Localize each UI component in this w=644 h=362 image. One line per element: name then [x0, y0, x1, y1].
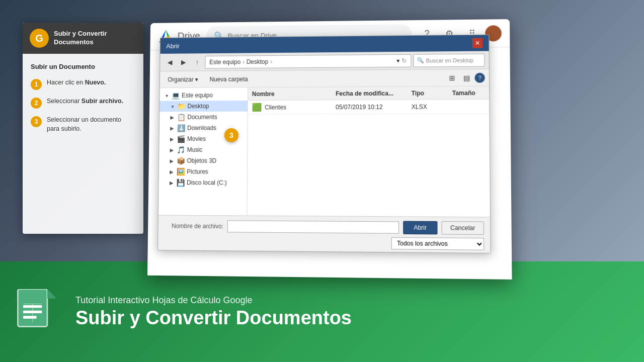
file-date-clientes: 05/07/2019 10:12: [332, 103, 408, 111]
dialog-close-button[interactable]: ✕: [472, 38, 483, 48]
filetype-select[interactable]: Todos los archivos: [391, 237, 484, 250]
filename-label: Nombre de archivo:: [164, 222, 223, 230]
tree-item-3d[interactable]: ▶ 📦 Objetos 3D: [159, 155, 247, 166]
desktop-folder-icon: 📁: [177, 102, 186, 110]
view-help-icon[interactable]: ?: [474, 72, 485, 82]
organize-button[interactable]: Organizar ▾: [164, 74, 202, 84]
view-list-icon[interactable]: ⊞: [446, 72, 458, 84]
dialog-search-bar[interactable]: 🔍 Buscar en Desktop: [413, 53, 485, 67]
disk-icon: 💾: [177, 178, 185, 187]
dialog-nav-bar: ◀ ▶ ↑ Este equipo › Desktop › ▾ ↻ 🔍 Busc…: [160, 51, 489, 72]
tree-label-downloads: Downloads: [187, 125, 216, 132]
svg-rect-7: [23, 316, 37, 318]
banner-logo: [15, 289, 60, 334]
tree-label-3d: Objetos 3D: [187, 157, 216, 164]
tree-item-music[interactable]: ▶ 🎵 Music: [159, 144, 247, 155]
path-refresh-icon: ↻: [401, 57, 407, 64]
music-folder-icon: 🎵: [177, 146, 185, 154]
col-name: Nombre: [248, 90, 332, 98]
tutorial-sidebar: G Subir y ConvertirDocumentos Subir un D…: [23, 23, 143, 234]
dialog-toolbar: Organizar ▾ Nueva carpeta ⊞ ▤ ?: [160, 69, 489, 88]
file-dialog: Abrir ✕ ◀ ▶ ↑ Este equipo › Desktop › ▾ …: [157, 34, 491, 253]
sidebar-title: Subir y ConvertirDocumentos: [54, 30, 107, 47]
banner-text: Tutorial Interactivo Hojas de Cálculo Go…: [75, 295, 352, 329]
3d-folder-icon: 📦: [177, 157, 185, 165]
tree-label-documents: Documents: [187, 114, 217, 121]
file-tree: ▾ 💻 Este equipo ▾ 📁 Desktop ▶ 📋 Document…: [158, 87, 248, 215]
files-panel: Nombre Fecha de modifica... Tipo Tamaño …: [247, 86, 490, 217]
back-button[interactable]: ◀: [164, 56, 176, 68]
dialog-search-icon: 🔍: [417, 57, 424, 64]
col-date: Fecha de modifica...: [332, 89, 407, 97]
files-header: Nombre Fecha de modifica... Tipo Tamaño: [248, 86, 489, 101]
drive-window: Drive 🔍 ? ⚙ ⠿ Abrir ✕ ◀ ▶ ↑ Este equipo …: [147, 19, 512, 280]
dialog-bottom: Nombre de archivo: Abrir Cancelar Todos …: [158, 215, 491, 253]
tree-item-documents[interactable]: ▶ 📋 Documents: [159, 112, 248, 123]
tree-item-desktop[interactable]: ▾ 📁 Desktop: [159, 101, 248, 112]
sheets-logo-icon: [15, 289, 55, 337]
sidebar-body: Subir un Documento 1 Hacer clic en Nuevo…: [23, 54, 143, 149]
path-computer: Este equipo: [209, 58, 240, 65]
pictures-folder-icon: 🖼️: [177, 168, 185, 176]
sidebar-subtitle: Subir un Documento: [31, 63, 135, 70]
sidebar-step-1: 1 Hacer clic en Nuevo.: [31, 78, 135, 90]
path-dropdown-icon: ▾: [396, 57, 399, 64]
step3-overlay-badge: 3: [224, 128, 238, 142]
tree-item-computer[interactable]: ▾ 💻 Este equipo: [159, 89, 248, 101]
sidebar-step-2: 2 Seleccionar Subir archivo.: [31, 97, 135, 109]
tree-label-movies: Movies: [187, 135, 206, 142]
up-button[interactable]: ↑: [191, 56, 203, 68]
view-details-icon[interactable]: ▤: [460, 71, 473, 83]
tree-label-desktop: Desktop: [188, 103, 209, 110]
downloads-folder-icon: ⬇️: [177, 124, 186, 132]
sidebar-logo: G: [30, 29, 49, 48]
step-1-text: Hacer clic en Nuevo.: [47, 78, 106, 87]
col-size: Tamaño: [448, 89, 490, 96]
sidebar-step-3: 3 Seleccionar un documentopara subirlo.: [31, 116, 135, 133]
step-badge-1: 1: [31, 79, 42, 90]
dialog-title: Abrir: [166, 42, 180, 50]
organize-dropdown-icon: ▾: [195, 76, 198, 83]
col-type: Tipo: [408, 89, 448, 97]
step-2-text: Seleccionar Subir archivo.: [47, 97, 123, 106]
cancel-button[interactable]: Cancelar: [442, 221, 484, 235]
filetype-row: Todos los archivos: [164, 235, 484, 250]
banner-title: Subir y Convertir Documentos: [75, 308, 352, 329]
step-badge-2: 2: [31, 98, 42, 109]
movies-folder-icon: 🎬: [177, 135, 185, 143]
dialog-action-buttons: Abrir Cancelar: [403, 221, 484, 235]
step-3-text: Seleccionar un documentopara subirlo.: [47, 116, 121, 133]
file-name-clientes: Clientes: [265, 104, 286, 111]
computer-icon: 💻: [172, 92, 180, 100]
dialog-search-placeholder: Buscar en Desktop: [426, 57, 473, 63]
documents-folder-icon: 📋: [177, 113, 186, 121]
path-desktop: Desktop: [247, 58, 268, 65]
tree-item-pictures[interactable]: ▶ 🖼️ Pictures: [159, 166, 247, 177]
tree-label-computer: Este equipo: [182, 92, 213, 99]
svg-marker-4: [47, 289, 55, 299]
filename-row: Nombre de archivo: Abrir Cancelar: [164, 219, 484, 235]
sidebar-header: G Subir y ConvertirDocumentos: [23, 23, 143, 54]
file-type-clientes: XLSX: [408, 103, 448, 110]
new-folder-button[interactable]: Nueva carpeta: [206, 74, 252, 84]
tree-label-music: Music: [187, 146, 203, 153]
tree-item-disk[interactable]: ▶ 💾 Disco local (C:): [158, 177, 247, 188]
filename-input[interactable]: [227, 220, 399, 234]
dialog-body: ▾ 💻 Este equipo ▾ 📁 Desktop ▶ 📋 Document…: [158, 86, 490, 217]
step-badge-3: 3: [31, 116, 42, 127]
xlsx-file-icon: 🟩: [252, 103, 262, 112]
path-bar[interactable]: Este equipo › Desktop › ▾ ↻: [205, 54, 411, 68]
file-row-clientes[interactable]: 🟩 Clientes 05/07/2019 10:12 XLSX: [248, 100, 490, 115]
tree-label-pictures: Pictures: [187, 168, 208, 175]
open-button[interactable]: Abrir: [403, 221, 438, 234]
forward-button[interactable]: ▶: [178, 56, 189, 68]
banner-subtitle: Tutorial Interactivo Hojas de Cálculo Go…: [75, 295, 352, 306]
tree-label-disk: Disco local (C:): [187, 179, 227, 186]
